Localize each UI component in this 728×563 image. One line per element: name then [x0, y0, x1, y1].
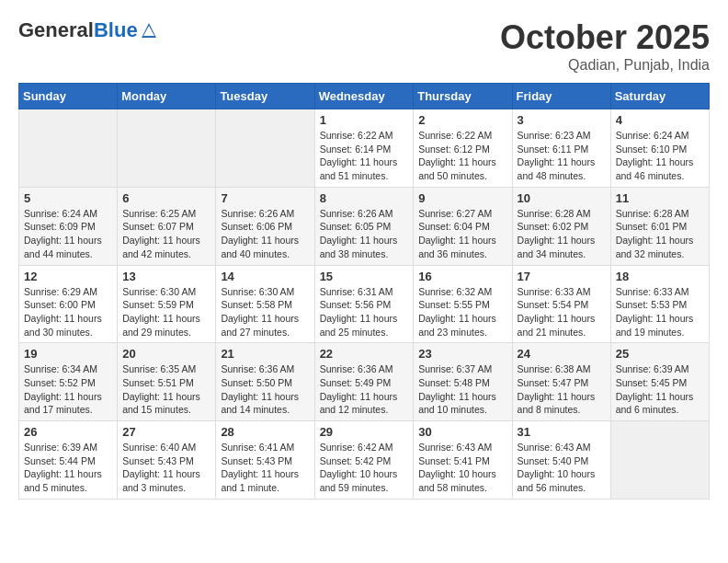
day-info: Sunrise: 6:31 AM Sunset: 5:56 PM Dayligh… — [320, 285, 409, 339]
calendar-cell: 14Sunrise: 6:30 AM Sunset: 5:58 PM Dayli… — [216, 265, 314, 343]
calendar-cell: 15Sunrise: 6:31 AM Sunset: 5:56 PM Dayli… — [314, 265, 414, 343]
day-number: 6 — [122, 191, 210, 205]
calendar-cell: 21Sunrise: 6:36 AM Sunset: 5:50 PM Dayli… — [216, 343, 314, 421]
weekday-header-sunday: Sunday — [19, 84, 118, 109]
day-info: Sunrise: 6:25 AM Sunset: 6:07 PM Dayligh… — [122, 207, 210, 261]
day-number: 17 — [518, 270, 606, 283]
calendar-cell: 27Sunrise: 6:40 AM Sunset: 5:43 PM Dayli… — [118, 421, 216, 500]
day-info: Sunrise: 6:22 AM Sunset: 6:12 PM Dayligh… — [418, 129, 506, 183]
logo-icon — [140, 21, 158, 40]
calendar-cell: 17Sunrise: 6:33 AM Sunset: 5:54 PM Dayli… — [512, 265, 610, 343]
calendar-cell: 29Sunrise: 6:42 AM Sunset: 5:42 PM Dayli… — [314, 421, 414, 500]
logo-blue-text: Blue — [94, 18, 138, 42]
day-number: 16 — [418, 270, 506, 283]
day-number: 27 — [122, 425, 210, 439]
day-info: Sunrise: 6:23 AM Sunset: 6:11 PM Dayligh… — [518, 129, 606, 183]
day-number: 28 — [221, 425, 309, 439]
calendar-cell: 10Sunrise: 6:28 AM Sunset: 6:02 PM Dayli… — [512, 187, 610, 265]
calendar-cell: 8Sunrise: 6:26 AM Sunset: 6:05 PM Daylig… — [314, 187, 414, 265]
day-number: 19 — [24, 347, 112, 361]
day-number: 15 — [320, 270, 409, 283]
day-number: 21 — [221, 347, 309, 361]
day-number: 30 — [418, 425, 506, 439]
calendar-cell: 19Sunrise: 6:34 AM Sunset: 5:52 PM Dayli… — [19, 343, 118, 421]
day-info: Sunrise: 6:43 AM Sunset: 5:41 PM Dayligh… — [418, 441, 506, 495]
calendar-cell: 20Sunrise: 6:35 AM Sunset: 5:51 PM Dayli… — [118, 343, 216, 421]
calendar-cell — [216, 109, 314, 188]
logo-general-text: General — [18, 18, 94, 42]
calendar-cell: 26Sunrise: 6:39 AM Sunset: 5:44 PM Dayli… — [19, 421, 118, 500]
location: Qadian, Punjab, India — [500, 57, 710, 74]
day-number: 25 — [616, 347, 704, 361]
day-number: 4 — [616, 113, 704, 127]
calendar-week-row: 12Sunrise: 6:29 AM Sunset: 6:00 PM Dayli… — [19, 265, 710, 343]
calendar-cell: 5Sunrise: 6:24 AM Sunset: 6:09 PM Daylig… — [19, 187, 118, 265]
month-title: October 2025 — [500, 18, 710, 57]
calendar-cell — [19, 109, 118, 188]
calendar-cell: 2Sunrise: 6:22 AM Sunset: 6:12 PM Daylig… — [414, 109, 512, 188]
calendar-cell: 24Sunrise: 6:38 AM Sunset: 5:47 PM Dayli… — [512, 343, 610, 421]
logo: GeneralBlue — [18, 18, 158, 42]
day-info: Sunrise: 6:34 AM Sunset: 5:52 PM Dayligh… — [24, 362, 112, 417]
day-number: 23 — [418, 347, 506, 361]
day-number: 31 — [518, 425, 606, 439]
calendar-cell: 1Sunrise: 6:22 AM Sunset: 6:14 PM Daylig… — [314, 109, 414, 188]
day-info: Sunrise: 6:28 AM Sunset: 6:02 PM Dayligh… — [518, 207, 606, 261]
page-header: GeneralBlue October 2025 Qadian, Punjab,… — [18, 18, 710, 74]
calendar-week-row: 5Sunrise: 6:24 AM Sunset: 6:09 PM Daylig… — [19, 187, 710, 265]
day-info: Sunrise: 6:36 AM Sunset: 5:50 PM Dayligh… — [221, 362, 309, 417]
day-number: 14 — [221, 270, 309, 283]
weekday-header-monday: Monday — [118, 84, 216, 109]
calendar-table: SundayMondayTuesdayWednesdayThursdayFrid… — [18, 83, 710, 500]
calendar-week-row: 26Sunrise: 6:39 AM Sunset: 5:44 PM Dayli… — [19, 421, 710, 500]
day-number: 22 — [320, 347, 409, 361]
day-info: Sunrise: 6:27 AM Sunset: 6:04 PM Dayligh… — [418, 207, 506, 261]
calendar-cell: 3Sunrise: 6:23 AM Sunset: 6:11 PM Daylig… — [512, 109, 610, 188]
day-info: Sunrise: 6:26 AM Sunset: 6:05 PM Dayligh… — [320, 207, 409, 261]
weekday-header-wednesday: Wednesday — [314, 84, 414, 109]
day-info: Sunrise: 6:39 AM Sunset: 5:44 PM Dayligh… — [24, 441, 112, 495]
calendar-cell: 25Sunrise: 6:39 AM Sunset: 5:45 PM Dayli… — [610, 343, 709, 421]
calendar-cell: 22Sunrise: 6:36 AM Sunset: 5:49 PM Dayli… — [314, 343, 414, 421]
title-block: October 2025 Qadian, Punjab, India — [500, 18, 710, 74]
day-number: 2 — [418, 113, 506, 127]
weekday-header-friday: Friday — [512, 84, 610, 109]
day-info: Sunrise: 6:30 AM Sunset: 5:59 PM Dayligh… — [122, 285, 210, 339]
day-info: Sunrise: 6:42 AM Sunset: 5:42 PM Dayligh… — [320, 441, 409, 495]
day-number: 10 — [518, 191, 606, 205]
day-info: Sunrise: 6:33 AM Sunset: 5:54 PM Dayligh… — [518, 285, 606, 339]
calendar-cell: 30Sunrise: 6:43 AM Sunset: 5:41 PM Dayli… — [414, 421, 512, 500]
calendar-cell: 16Sunrise: 6:32 AM Sunset: 5:55 PM Dayli… — [414, 265, 512, 343]
day-number: 12 — [24, 270, 112, 283]
calendar-cell: 11Sunrise: 6:28 AM Sunset: 6:01 PM Dayli… — [610, 187, 709, 265]
weekday-header-tuesday: Tuesday — [216, 84, 314, 109]
day-number: 13 — [122, 270, 210, 283]
day-info: Sunrise: 6:36 AM Sunset: 5:49 PM Dayligh… — [320, 362, 409, 417]
day-number: 24 — [518, 347, 606, 361]
day-number: 3 — [518, 113, 606, 127]
day-info: Sunrise: 6:43 AM Sunset: 5:40 PM Dayligh… — [518, 441, 606, 495]
day-number: 5 — [24, 191, 112, 205]
calendar-cell: 7Sunrise: 6:26 AM Sunset: 6:06 PM Daylig… — [216, 187, 314, 265]
weekday-header-thursday: Thursday — [414, 84, 512, 109]
day-number: 7 — [221, 191, 309, 205]
calendar-cell: 13Sunrise: 6:30 AM Sunset: 5:59 PM Dayli… — [118, 265, 216, 343]
day-number: 26 — [24, 425, 112, 439]
day-info: Sunrise: 6:24 AM Sunset: 6:10 PM Dayligh… — [616, 129, 704, 183]
day-info: Sunrise: 6:35 AM Sunset: 5:51 PM Dayligh… — [122, 362, 210, 417]
day-number: 1 — [320, 113, 409, 127]
weekday-header-row: SundayMondayTuesdayWednesdayThursdayFrid… — [19, 84, 710, 109]
day-info: Sunrise: 6:40 AM Sunset: 5:43 PM Dayligh… — [122, 441, 210, 495]
day-info: Sunrise: 6:33 AM Sunset: 5:53 PM Dayligh… — [616, 285, 704, 339]
calendar-cell: 31Sunrise: 6:43 AM Sunset: 5:40 PM Dayli… — [512, 421, 610, 500]
weekday-header-saturday: Saturday — [610, 84, 709, 109]
day-info: Sunrise: 6:41 AM Sunset: 5:43 PM Dayligh… — [221, 441, 309, 495]
calendar-cell: 18Sunrise: 6:33 AM Sunset: 5:53 PM Dayli… — [610, 265, 709, 343]
calendar-cell — [118, 109, 216, 188]
day-info: Sunrise: 6:30 AM Sunset: 5:58 PM Dayligh… — [221, 285, 309, 339]
day-number: 29 — [320, 425, 409, 439]
calendar-cell: 23Sunrise: 6:37 AM Sunset: 5:48 PM Dayli… — [414, 343, 512, 421]
day-info: Sunrise: 6:38 AM Sunset: 5:47 PM Dayligh… — [518, 362, 606, 417]
day-info: Sunrise: 6:26 AM Sunset: 6:06 PM Dayligh… — [221, 207, 309, 261]
calendar-cell: 6Sunrise: 6:25 AM Sunset: 6:07 PM Daylig… — [118, 187, 216, 265]
